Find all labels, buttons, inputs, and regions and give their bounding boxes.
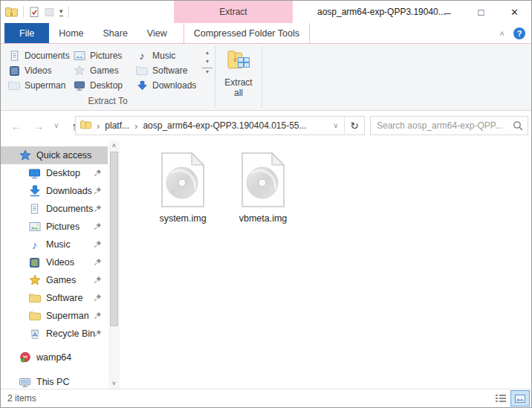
pin-icon [94, 294, 102, 304]
new-folder-icon[interactable] [45, 7, 54, 17]
main-area: Quick access Desktop Downloads Documents [1, 140, 531, 389]
recycle-bin-icon [28, 328, 41, 340]
sidebar-item-desktop[interactable]: Desktop [1, 164, 108, 182]
destination-label: Games [90, 65, 119, 76]
extract-to-pictures[interactable]: Pictures [74, 48, 136, 63]
desktop-icon [28, 167, 41, 180]
extract-to-desktop[interactable]: Desktop [74, 78, 136, 93]
destination-label: Pictures [90, 51, 122, 61]
destination-label: Software [152, 65, 187, 76]
extract-to-videos[interactable]: Videos [8, 63, 74, 78]
quick-access-star-icon [19, 149, 31, 162]
status-bar: 2 items [1, 389, 531, 407]
sidebar-item-recycle-bin[interactable]: Recycle Bin [1, 325, 108, 343]
more-destinations-icon[interactable]: ▾ [202, 68, 213, 75]
tab-home[interactable]: Home [49, 23, 93, 43]
pin-icon [94, 204, 102, 215]
downloads-icon [28, 185, 41, 198]
pin-icon [94, 258, 102, 268]
extract-all-button[interactable]: Extract all [221, 48, 256, 99]
sidebar-item-videos[interactable]: Videos [1, 253, 108, 271]
sidebar-item-label: Quick access [36, 150, 91, 161]
star-gold-icon [28, 274, 41, 287]
music-note-icon: ♪ [136, 50, 148, 62]
address-dropdown-icon[interactable]: ˅ [328, 122, 344, 130]
zip-folder-icon [80, 120, 91, 132]
extract-to-superman[interactable]: Superman [8, 78, 74, 93]
navigation-bar: ← → ˅ ↑ › platf... › aosp_arm64-exp-QPP3… [1, 111, 531, 140]
customize-toolbar-dropdown-icon[interactable]: ▾ [59, 8, 63, 16]
tab-view[interactable]: View [137, 23, 177, 43]
sidebar-item-label: Videos [46, 257, 74, 268]
search-box [370, 116, 528, 135]
document-icon [28, 203, 41, 216]
maximize-button[interactable]: □ [464, 1, 498, 23]
video-icon [8, 65, 20, 77]
sidebar-item-games[interactable]: Games [1, 271, 108, 289]
recent-locations-dropdown-icon[interactable]: ˅ [50, 122, 63, 130]
sidebar-item-quick-access[interactable]: Quick access [1, 146, 108, 164]
sidebar-item-label: Downloads [46, 186, 92, 196]
title-bar: ▾ Extract aosp_arm64-exp-QPP3.19040... –… [1, 1, 531, 23]
quick-access-toolbar: ▾ [5, 1, 69, 23]
computer-icon [19, 376, 31, 389]
sidebar-item-wamp64[interactable]: wamp64 [1, 349, 108, 366]
search-input[interactable] [371, 120, 508, 131]
breadcrumb-separator: › [91, 120, 105, 132]
tab-file[interactable]: File [4, 23, 49, 43]
ribbon-group-label: Extract To [1, 96, 215, 110]
tab-share[interactable]: Share [94, 23, 137, 43]
address-bar[interactable]: › platf... › aosp_arm64-exp-QPP3.190404.… [75, 116, 365, 135]
sidebar-item-documents[interactable]: Documents [1, 200, 108, 218]
zip-folder-icon [5, 7, 18, 17]
extract-to-documents[interactable]: Documents [8, 48, 74, 63]
folder-icon [28, 310, 41, 323]
ribbon-tab-row: File Home Share View Compressed Folder T… [1, 23, 531, 44]
scrollbar-thumb[interactable] [110, 152, 118, 326]
tree-gap [1, 343, 108, 349]
close-button[interactable]: ✕ [498, 1, 531, 23]
scroll-up-icon[interactable]: ▴ [202, 50, 213, 56]
details-view-icon[interactable] [492, 391, 510, 406]
sidebar-item-label: Pictures [46, 221, 80, 232]
forward-icon[interactable]: → [27, 120, 50, 132]
extract-all-group: Extract all [215, 44, 262, 110]
scroll-up-icon[interactable]: ˄ [108, 140, 120, 151]
extract-to-downloads[interactable]: Downloads [136, 78, 201, 93]
breadcrumb-parent[interactable]: platf... [105, 120, 129, 131]
sidebar-item-software[interactable]: Software [1, 289, 108, 307]
back-icon[interactable]: ← [5, 120, 27, 132]
minimize-button[interactable]: – [431, 1, 464, 23]
breadcrumb-current[interactable]: aosp_arm64-exp-QPP3.190404.015-55... [143, 120, 306, 131]
ribbon-group-separator [262, 46, 262, 108]
extract-to-software[interactable]: Software [136, 63, 201, 78]
document-icon [8, 50, 20, 62]
sidebar-item-music[interactable]: ♪ Music [1, 236, 108, 253]
file-item-vbmeta-img[interactable]: vbmeta.img [226, 152, 300, 224]
extract-to-games[interactable]: Games [74, 63, 136, 78]
ribbon-utilities: ˄ ? [500, 23, 525, 44]
sidebar-item-superman[interactable]: Superman [1, 307, 108, 325]
sidebar-item-downloads[interactable]: Downloads [1, 182, 108, 200]
destination-label: Music [152, 51, 175, 61]
refresh-icon[interactable]: ↻ [345, 120, 364, 132]
sidebar-scrollbar[interactable]: ˄ ˅ [108, 140, 120, 389]
large-icons-view-icon[interactable] [511, 391, 529, 406]
search-icon[interactable] [508, 120, 528, 131]
help-icon[interactable]: ? [513, 27, 525, 39]
sidebar-item-pictures[interactable]: Pictures [1, 218, 108, 236]
tab-compressed-folder-tools[interactable]: Compressed Folder Tools [184, 23, 310, 43]
scroll-down-icon[interactable]: ˅ [108, 378, 120, 389]
folder-pale-icon [136, 65, 148, 77]
scroll-down-icon[interactable]: ▾ [202, 59, 213, 65]
sidebar-item-label: Music [46, 239, 71, 250]
wamp-icon [19, 352, 31, 364]
collapse-ribbon-icon[interactable]: ˄ [500, 29, 505, 38]
view-toggles [492, 391, 529, 406]
extract-to-music[interactable]: ♪ Music [136, 48, 201, 63]
properties-icon[interactable] [29, 7, 39, 18]
video-icon [28, 256, 41, 269]
music-note-icon: ♪ [28, 239, 41, 251]
extract-all-label: Extract all [221, 77, 256, 99]
file-item-system-img[interactable]: system.img [146, 152, 220, 224]
